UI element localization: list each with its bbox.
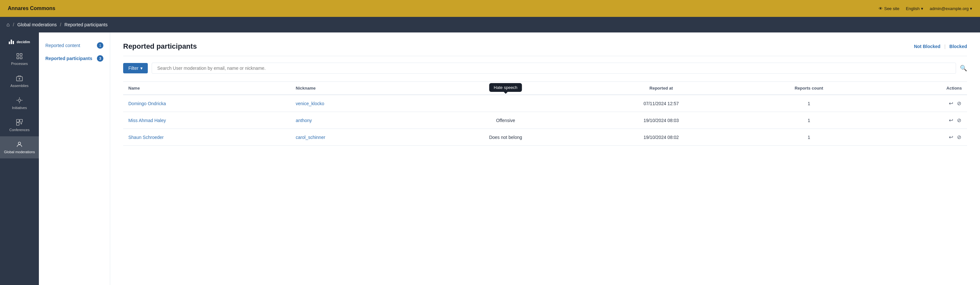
- cell-reason-3: Does not belong: [430, 129, 581, 146]
- action-buttons-3: ↩ ⊘: [882, 133, 962, 141]
- breadcrumb-sep-2: /: [60, 22, 61, 27]
- sidebar-item-label-conferences: Conferences: [10, 128, 30, 132]
- blocked-tab[interactable]: Blocked: [950, 44, 967, 49]
- current-breadcrumb: Reported participants: [65, 22, 108, 27]
- cell-reported-at-2: 19/10/2024 08:03: [581, 112, 741, 129]
- admin-menu[interactable]: admin@example.org ▾: [930, 6, 972, 11]
- page-header: Reported participants Not Blocked | Bloc…: [123, 42, 967, 56]
- sidebar-item-label-initiatives: Initiatives: [12, 106, 27, 110]
- svg-rect-12: [16, 120, 19, 122]
- sidebar-item-initiatives[interactable]: Initiatives: [0, 92, 39, 114]
- see-site-link[interactable]: 👁 See site: [878, 6, 899, 11]
- sub-sidebar-reported-content[interactable]: Reported content 1: [39, 39, 110, 52]
- participant-nickname-link-2[interactable]: anthony: [296, 118, 312, 123]
- block-button-1[interactable]: ⊘: [956, 100, 962, 107]
- table-row: Shaun Schroeder carol_schinner Does not …: [123, 129, 967, 146]
- svg-rect-3: [20, 57, 22, 59]
- table-body: Domingo Ondricka venice_klocko Hate spee…: [123, 95, 967, 146]
- participant-name-link-2[interactable]: Miss Ahmad Haley: [128, 118, 166, 123]
- cell-reported-at-1: 07/11/2024 12:57: [581, 95, 741, 112]
- search-button[interactable]: 🔍: [960, 65, 967, 72]
- col-header-actions: Actions: [877, 82, 967, 95]
- participant-nickname-link-1[interactable]: venice_klocko: [296, 101, 325, 106]
- cell-actions-3: ↩ ⊘: [877, 129, 967, 146]
- reported-content-label: Reported content: [45, 43, 80, 48]
- initiatives-icon: [16, 97, 23, 104]
- processes-icon: [16, 53, 23, 60]
- col-header-reported-at: Reported at: [581, 82, 741, 95]
- decidim-logo: decidim: [5, 36, 34, 48]
- cell-name-2: Miss Ahmad Haley: [123, 112, 291, 129]
- cell-reports-count-1: 1: [741, 95, 877, 112]
- svg-point-7: [18, 99, 21, 101]
- cell-name-1: Domingo Ondricka: [123, 95, 291, 112]
- undo-button-2[interactable]: ↩: [948, 117, 954, 124]
- eye-icon: 👁: [878, 6, 883, 11]
- topbar-right: 👁 See site English ▾ admin@example.org ▾: [878, 6, 972, 11]
- svg-point-15: [18, 142, 21, 144]
- breadcrumb-sep-1: /: [13, 22, 14, 27]
- decidim-logo-text: decidim: [16, 40, 30, 44]
- global-moderations-breadcrumb[interactable]: Global moderations: [18, 22, 57, 27]
- svg-rect-0: [17, 54, 19, 56]
- cell-reason-1: Hate speech: [430, 95, 581, 112]
- reported-participants-table: Name Nickname Reason Reported at Reports…: [123, 82, 967, 146]
- language-selector[interactable]: English ▾: [906, 6, 923, 11]
- filter-button[interactable]: Filter ▾: [123, 63, 148, 74]
- table-header-row: Name Nickname Reason Reported at Reports…: [123, 82, 967, 95]
- sidebar-item-label-processes: Processes: [11, 62, 27, 66]
- col-header-nickname: Nickname: [291, 82, 430, 95]
- topbar: Annares Commons 👁 See site English ▾ adm…: [0, 0, 980, 17]
- logo-bar-2: [11, 40, 12, 44]
- sidebar-item-processes[interactable]: Processes: [0, 48, 39, 70]
- action-buttons-2: ↩ ⊘: [882, 117, 962, 124]
- filter-button-label: Filter: [128, 66, 138, 71]
- cell-reports-count-2: 1: [741, 112, 877, 129]
- page-title: Reported participants: [123, 42, 197, 51]
- svg-rect-1: [20, 54, 22, 56]
- sidebar-item-global-moderations[interactable]: Global moderations: [0, 136, 39, 159]
- logo-bar-3: [13, 41, 14, 44]
- cell-reported-at-3: 19/10/2024 08:02: [581, 129, 741, 146]
- cell-actions-1: ↩ ⊘: [877, 95, 967, 112]
- table-header: Name Nickname Reason Reported at Reports…: [123, 82, 967, 95]
- breadcrumb-bar: ⌂ / Global moderations / Reported partic…: [0, 17, 980, 32]
- svg-rect-14: [16, 123, 19, 125]
- action-buttons-1: ↩ ⊘: [882, 100, 962, 107]
- table-row: Domingo Ondricka venice_klocko Hate spee…: [123, 95, 967, 112]
- filter-tabs-divider: |: [944, 44, 946, 49]
- home-breadcrumb[interactable]: ⌂: [6, 22, 10, 27]
- not-blocked-tab[interactable]: Not Blocked: [914, 44, 940, 49]
- filter-bar: Filter ▾ 🔍: [123, 62, 967, 74]
- logo-bar-1: [9, 42, 10, 44]
- sidebar: decidim Processes Assemblies Initiatives…: [0, 32, 39, 285]
- block-button-3[interactable]: ⊘: [956, 133, 962, 141]
- table-row: Miss Ahmad Haley anthony Offensive 19/10…: [123, 112, 967, 129]
- cell-reports-count-3: 1: [741, 129, 877, 146]
- filter-chevron-icon: ▾: [140, 66, 143, 71]
- participant-nickname-link-3[interactable]: carol_schinner: [296, 135, 325, 140]
- moderations-icon: [16, 141, 23, 148]
- assemblies-icon: [16, 75, 23, 82]
- search-input[interactable]: [152, 62, 956, 74]
- undo-button-3[interactable]: ↩: [948, 133, 954, 141]
- reported-content-badge: 1: [97, 42, 103, 49]
- sub-sidebar-reported-participants[interactable]: Reported participants 3: [39, 52, 110, 65]
- undo-button-1[interactable]: ↩: [948, 100, 954, 107]
- cell-actions-2: ↩ ⊘: [877, 112, 967, 129]
- reported-participants-label: Reported participants: [45, 56, 92, 61]
- participant-name-link-1[interactable]: Domingo Ondricka: [128, 101, 166, 106]
- sidebar-item-conferences[interactable]: Conferences: [0, 114, 39, 136]
- logo-bars-icon: [9, 40, 14, 44]
- participant-name-link-3[interactable]: Shaun Schroeder: [128, 135, 164, 140]
- col-header-name: Name: [123, 82, 291, 95]
- sub-sidebar: Reported content 1 Reported participants…: [39, 32, 110, 285]
- main-layout: decidim Processes Assemblies Initiatives…: [0, 32, 980, 285]
- home-icon: ⌂: [6, 22, 10, 27]
- sidebar-item-label-global-moderations: Global moderations: [4, 150, 35, 154]
- block-button-2[interactable]: ⊘: [956, 117, 962, 124]
- cell-nickname-2: anthony: [291, 112, 430, 129]
- reported-participants-badge: 3: [97, 55, 103, 62]
- svg-rect-13: [20, 120, 22, 122]
- sidebar-item-assemblies[interactable]: Assemblies: [0, 70, 39, 92]
